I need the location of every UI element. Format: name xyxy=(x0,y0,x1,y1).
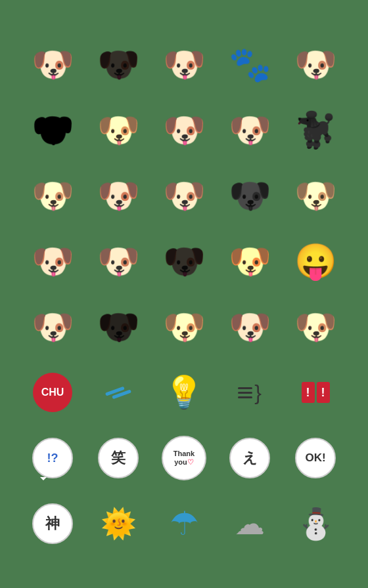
dog-darkgray: 🐶 xyxy=(229,178,271,213)
list-item[interactable]: ! ! xyxy=(283,360,348,425)
dog-bw-4: 🐶 xyxy=(32,244,74,278)
list-item[interactable]: 🐶 xyxy=(85,163,151,228)
list-item[interactable]: 🐶 xyxy=(20,294,85,360)
dog-black-1: 🐶 xyxy=(97,47,140,81)
h-line-2 xyxy=(238,392,252,394)
dog-black-yellow: 🐶 xyxy=(97,310,140,344)
lightbulb-emoji: 💡 xyxy=(164,374,204,411)
list-item[interactable]: 🐶 xyxy=(20,97,85,163)
list-item[interactable]: ⛄ xyxy=(283,491,348,556)
dog-cream-surprised: 🐶 xyxy=(163,178,206,213)
dog-dark-flower: 🐩 xyxy=(294,113,337,147)
god-kanji: 神 xyxy=(45,514,60,534)
list-item[interactable]: 🐶 xyxy=(217,97,283,163)
list-item[interactable]: 🐶 xyxy=(217,294,283,360)
laugh-kanji: 笑 xyxy=(111,448,126,468)
list-item[interactable]: !? xyxy=(20,425,85,491)
laugh-bubble: 笑 xyxy=(98,438,139,478)
dog-tan-squint: 🐶 xyxy=(294,310,337,344)
list-item[interactable]: CHU xyxy=(20,360,85,425)
list-item[interactable]: 笑 xyxy=(85,425,151,491)
exclamation-double: ! ! xyxy=(302,382,330,403)
list-item[interactable] xyxy=(85,360,151,425)
dog-tan-sleepy: 🐶 xyxy=(32,178,74,213)
list-item[interactable]: ☁ xyxy=(217,491,283,556)
list-item[interactable]: 🐶 xyxy=(151,32,217,97)
god-bubble: 神 xyxy=(32,503,73,544)
dog-brown-1: 🐶 xyxy=(163,47,206,81)
h-line-1 xyxy=(238,387,252,389)
list-item[interactable]: 🐶 xyxy=(20,32,85,97)
dog-cream-sweat: 🐶 xyxy=(32,310,74,344)
list-item[interactable]: 🐶 xyxy=(217,163,283,228)
list-item[interactable]: 🐩 xyxy=(283,97,348,163)
list-item[interactable]: 🐶 xyxy=(20,163,85,228)
list-item[interactable]: 🐶 xyxy=(283,32,348,97)
dog-bw-6: 🐶 xyxy=(229,310,271,344)
list-item[interactable]: } xyxy=(217,360,283,425)
list-item[interactable]: 🐶 xyxy=(151,294,217,360)
list-item[interactable]: OK! xyxy=(283,425,348,491)
h-line-3 xyxy=(238,396,252,398)
dog-blackwhite-sad: 🐶 xyxy=(97,178,140,213)
dog-black-red: 🐶 xyxy=(163,244,206,278)
sweat-arrows xyxy=(105,384,131,400)
list-item[interactable]: 🐶 xyxy=(217,228,283,294)
list-item[interactable]: 🐶 xyxy=(85,97,151,163)
list-item[interactable]: 🐶 xyxy=(85,32,151,97)
dog-tan-angry: 🐶 xyxy=(163,310,206,344)
list-item[interactable]: 🐶 xyxy=(85,294,151,360)
interrobang-text: !? xyxy=(47,452,58,465)
list-item[interactable]: 💡 xyxy=(151,360,217,425)
list-item[interactable]: 神 xyxy=(20,491,85,556)
interrobang-bubble: !? xyxy=(32,438,73,478)
lightbulb: 💡 xyxy=(164,374,204,411)
dog-cream-2: 🐶 xyxy=(294,47,337,81)
dog-cream-1: 🐶 xyxy=(32,47,74,81)
heart-icon: ♡ xyxy=(187,458,194,466)
ok-text: OK! xyxy=(305,452,325,465)
dog-cream-5: 🐶 xyxy=(97,244,140,278)
emoji-grid: 🐶 🐶 🐶 🐾 🐶 🐶 🐶 🐶 🐶 🐩 🐶 🐶 🐶 🐶 🐶 xyxy=(13,25,355,563)
dog-tan-1: 🐶 xyxy=(97,113,140,147)
list-item[interactable]: ☂ xyxy=(151,491,217,556)
dog-tan-orange: 🐶 xyxy=(229,244,271,278)
list-item[interactable]: Thankyou♡ xyxy=(151,425,217,491)
list-item[interactable]: 🐶 xyxy=(151,163,217,228)
e-kanji: え xyxy=(242,448,258,468)
list-item[interactable]: 🌞 xyxy=(85,491,151,556)
list-item[interactable]: 🐶 xyxy=(151,97,217,163)
list-item[interactable]: 🐶 xyxy=(151,228,217,294)
dog-bw-tongue: 😛 xyxy=(294,244,337,278)
e-bubble: え xyxy=(229,438,270,478)
thank-you-bubble: Thankyou♡ xyxy=(162,436,206,480)
list-item[interactable]: 🐶 xyxy=(283,163,348,228)
exclaim-mark-2: ! xyxy=(317,382,330,403)
list-item[interactable]: 🐶 xyxy=(20,228,85,294)
lines-brace: } xyxy=(238,382,262,403)
list-item[interactable]: 😛 xyxy=(283,228,348,294)
dog-blackwhite-1: 🐾 xyxy=(229,45,271,85)
dog-blackwhite-2: 🐶 xyxy=(163,113,206,147)
list-item[interactable]: え xyxy=(217,425,283,491)
cloud-emoji: ☁ xyxy=(235,506,265,541)
dog-darkblack-1: 🐶 xyxy=(32,113,74,147)
dog-brown-angry: 🐶 xyxy=(294,178,337,213)
chu-label: CHU xyxy=(41,387,64,398)
list-item[interactable]: 🐾 xyxy=(217,32,283,97)
list-item[interactable]: 🐶 xyxy=(85,228,151,294)
ok-bubble: OK! xyxy=(295,438,336,478)
chu-heart: CHU xyxy=(33,373,72,412)
sun-emoji: 🌞 xyxy=(101,507,137,541)
thank-you-text: Thankyou♡ xyxy=(173,450,195,467)
three-lines xyxy=(238,387,252,398)
right-brace: } xyxy=(254,382,262,403)
umbrella-emoji: ☂ xyxy=(170,505,199,543)
dog-cream-blush: 🐶 xyxy=(229,113,271,147)
snowman-emoji: ⛄ xyxy=(297,506,334,541)
exclaim-mark-1: ! xyxy=(302,382,315,403)
list-item[interactable]: 🐶 xyxy=(283,294,348,360)
